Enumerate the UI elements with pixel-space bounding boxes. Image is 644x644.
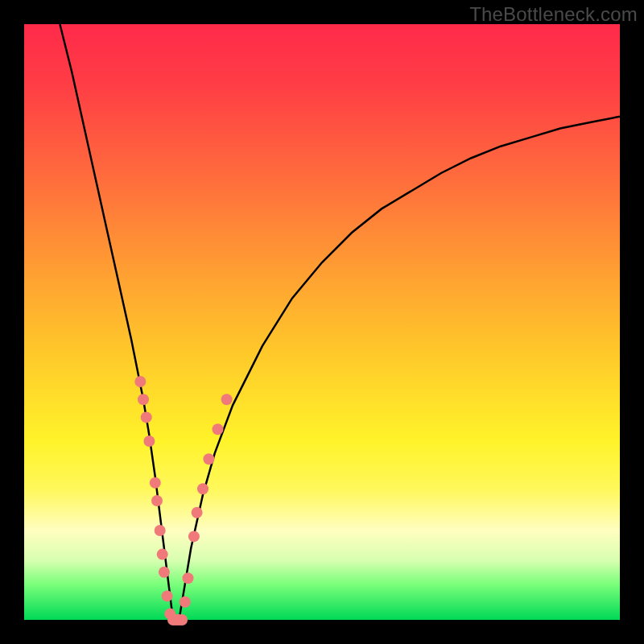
bottleneck-curve [60,24,620,620]
data-marker [192,507,203,518]
watermark-text: TheBottleneck.com [469,3,638,26]
data-marker [213,423,224,435]
data-marker [176,614,188,625]
data-marker [150,477,161,489]
data-marker [180,597,191,608]
data-marker [221,394,233,405]
data-marker [183,572,194,584]
data-marker [155,525,166,536]
data-marker [143,436,155,447]
plot-area [24,24,620,620]
data-marker [197,483,208,494]
data-marker [159,567,170,578]
data-marker [141,411,152,423]
data-marker [203,453,214,464]
chart-frame: TheBottleneck.com [0,0,644,644]
data-marker [134,376,146,387]
data-marker [157,549,168,560]
data-marker [162,590,173,601]
data-marker [188,530,200,542]
chart-svg [24,24,620,620]
data-marker [151,495,163,506]
data-marker [138,394,149,405]
